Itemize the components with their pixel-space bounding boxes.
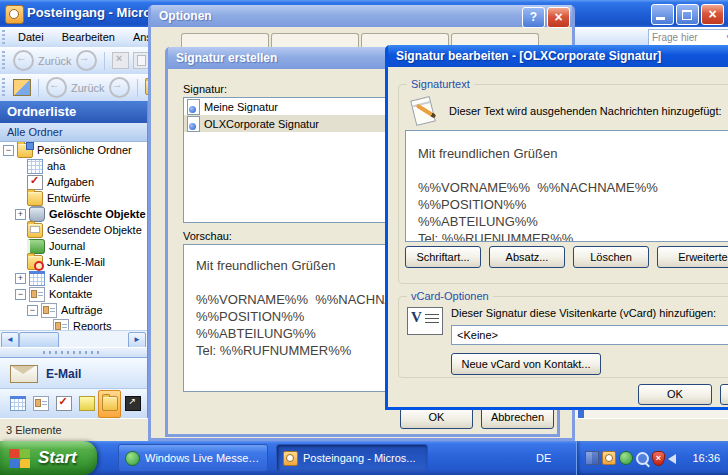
back-icon[interactable] <box>13 50 34 71</box>
separator <box>137 79 138 97</box>
junk-folder-icon <box>27 255 43 270</box>
horizontal-scrollbar[interactable]: ◄ ► <box>0 330 147 348</box>
forward-icon[interactable] <box>76 50 97 71</box>
tree-item-aufgaben[interactable]: Aufgaben <box>0 174 147 190</box>
toolbar-grip[interactable] <box>2 78 5 97</box>
taskbar: Start Windows Live Messen... Posteingang… <box>0 441 728 475</box>
start-button[interactable]: Start <box>0 441 97 475</box>
tree-item-junk-e-mail[interactable]: Junk-E-Mail <box>0 254 147 270</box>
magnifier-icon[interactable] <box>636 452 649 465</box>
vcard-group: vCard-Optionen Dieser Signatur diese Vis… <box>398 296 728 378</box>
signature-hint: Dieser Text wird ausgehenden Nachrichten… <box>449 105 728 117</box>
tree-item-geloeschte-objekte[interactable]: Gelöschte Objekte <box>0 206 147 222</box>
grid-icon[interactable] <box>585 451 599 465</box>
folders-root-icon <box>17 143 33 158</box>
vcard-select[interactable]: <Keine> <box>451 325 728 345</box>
back-icon[interactable] <box>46 77 67 98</box>
signature-textarea[interactable]: Mit freundlichen Grüßen %%VORNAME%% %%NA… <box>405 130 728 242</box>
expand-icon[interactable] <box>15 273 26 284</box>
calendar-nav-button[interactable] <box>6 390 29 418</box>
tree-item-kontakte[interactable]: Kontakte <box>0 286 147 302</box>
email-nav-button[interactable]: E-Mail <box>0 357 147 389</box>
delete-button[interactable]: Löschen <box>573 246 649 268</box>
tasks-icon <box>56 396 72 411</box>
contacts-icon <box>53 319 69 331</box>
restore-icon[interactable] <box>676 4 699 25</box>
shortcuts-nav-button[interactable] <box>121 390 144 418</box>
tree-item-kalender[interactable]: Kalender <box>0 270 147 286</box>
outlook-title: Posteingang - Micros <box>27 0 158 26</box>
expander-spacer <box>41 322 50 331</box>
stop-icon[interactable] <box>112 52 129 69</box>
toolbar-grip[interactable] <box>2 30 5 44</box>
advanced-edit-button[interactable]: Erweitertes Bea <box>657 246 728 268</box>
ok-button[interactable]: OK <box>638 384 712 405</box>
vcard-icon <box>407 307 443 335</box>
expander-spacer <box>15 178 24 187</box>
menu-bearbeiten[interactable]: Bearbeiten <box>53 27 124 47</box>
collapse-icon[interactable] <box>3 145 14 156</box>
options-tab[interactable] <box>181 33 269 48</box>
menu-datei[interactable]: Datei <box>9 27 53 47</box>
options-dialog-title: Optionen <box>151 5 572 27</box>
taskbar-item-messenger[interactable]: Windows Live Messen... <box>118 444 268 472</box>
close-icon[interactable] <box>701 4 724 25</box>
cancel-button[interactable] <box>720 384 728 405</box>
volume-icon[interactable] <box>668 454 676 464</box>
folder-list-nav-button[interactable] <box>98 390 121 418</box>
tree-item-entwuerfe[interactable]: Entwürfe <box>0 190 147 206</box>
folder-list-icon <box>102 396 118 411</box>
expander-spacer <box>15 162 24 171</box>
outlook-icon[interactable] <box>602 451 616 465</box>
expander-spacer <box>15 226 24 235</box>
tree-item-aha[interactable]: aha <box>0 158 147 174</box>
new-vcard-button[interactable]: Neue vCard von Kontakt... <box>451 353 601 375</box>
language-indicator[interactable]: DE <box>536 441 551 475</box>
folder-tree: Persönliche Ordner aha Aufgaben Entwürfe <box>0 142 147 330</box>
back-label: Zurück <box>38 55 72 67</box>
font-button[interactable]: Schriftart... <box>405 246 481 268</box>
paragraph-button[interactable]: Absatz... <box>489 246 565 268</box>
options-tab[interactable] <box>271 33 359 48</box>
outlook-app-icon <box>5 5 24 24</box>
security-shield-icon[interactable] <box>652 451 665 466</box>
tree-item-journal[interactable]: Journal <box>0 238 147 254</box>
minimize-icon[interactable] <box>651 4 674 25</box>
expand-icon[interactable] <box>15 209 26 220</box>
notes-nav-button[interactable] <box>75 390 98 418</box>
taskbar-item-outlook[interactable]: Posteingang - Micros... <box>276 444 428 472</box>
sent-folder-icon <box>27 223 43 238</box>
contacts-nav-button[interactable] <box>29 390 52 418</box>
edit-signature-title: Signatur bearbeiten - [OLXCorporate Sign… <box>388 45 728 67</box>
new-item-icon[interactable] <box>13 79 31 96</box>
clock: 16:36 <box>692 452 720 464</box>
desktop: Posteingang - Micros Datei Bearbeiten An… <box>0 0 728 475</box>
close-icon[interactable] <box>547 7 570 28</box>
expander-spacer <box>15 242 24 251</box>
back-label: Zurück <box>71 82 105 94</box>
preview-label: Vorschau: <box>183 230 232 242</box>
tree-item-gesendete-objekte[interactable]: Gesendete Objekte <box>0 222 147 238</box>
outlook-icon <box>283 451 298 466</box>
forward-icon[interactable] <box>109 77 130 98</box>
signature-body-text: Mit freundlichen Grüßen %%VORNAME%% %%NA… <box>406 131 728 242</box>
signaturtext-group-label: Signaturtext <box>407 78 474 90</box>
expander-spacer <box>15 258 24 267</box>
toolbar-grip[interactable] <box>2 51 5 70</box>
tree-item-reports[interactable]: Reports <box>0 318 147 330</box>
collapse-icon[interactable] <box>15 289 26 300</box>
tree-item-auftraege[interactable]: Aufträge <box>0 302 147 318</box>
tree-item-persoenliche-ordner[interactable]: Persönliche Ordner <box>0 142 147 158</box>
tasks-nav-button[interactable] <box>52 390 75 418</box>
messenger-icon[interactable] <box>619 451 633 465</box>
folder-icon <box>27 191 43 206</box>
help-icon[interactable] <box>522 7 545 28</box>
messenger-icon <box>125 451 140 466</box>
contacts-icon <box>29 287 45 302</box>
signature-doc-icon <box>187 116 200 132</box>
collapse-icon[interactable] <box>27 305 38 316</box>
signature-note-icon <box>409 97 439 125</box>
windows-flag-icon <box>9 449 19 458</box>
trash-icon <box>29 207 45 222</box>
tasks-icon <box>27 175 43 190</box>
